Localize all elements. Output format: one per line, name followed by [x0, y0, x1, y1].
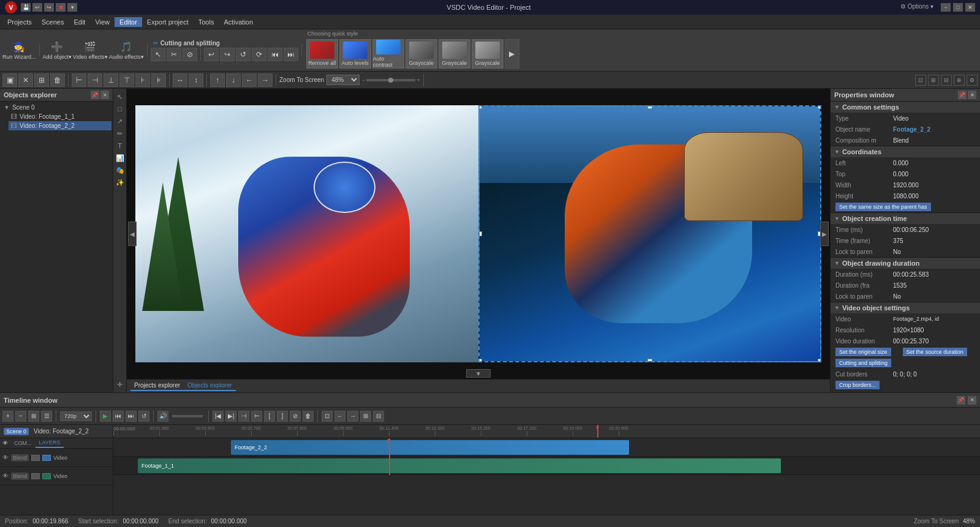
- customize-btn[interactable]: ▾: [67, 3, 77, 12]
- tl-out-point[interactable]: ]: [277, 411, 288, 422]
- tl-snap[interactable]: ⊡: [322, 411, 333, 422]
- canvas-nav-left[interactable]: ◀: [128, 222, 137, 246]
- props-close-btn[interactable]: ✕: [968, 91, 976, 99]
- handle-bl[interactable]: [478, 359, 482, 362]
- grid-btn[interactable]: ⊞: [928, 75, 939, 86]
- scene-item[interactable]: ▼ Scene 0: [1, 103, 111, 112]
- remove-all-btn[interactable]: Remove all: [306, 39, 338, 69]
- menu-scenes[interactable]: Scenes: [37, 17, 69, 27]
- timeline-pin-btn[interactable]: 📌: [957, 396, 965, 405]
- options-label[interactable]: ⚙ Options ▾: [900, 3, 933, 12]
- menu-edit[interactable]: Edit: [69, 17, 90, 27]
- effect-tool[interactable]: ✨: [115, 177, 126, 188]
- redo-tool[interactable]: ↪: [220, 48, 235, 61]
- set-original-btn[interactable]: Set the original size: [835, 348, 891, 356]
- track-vis-footage1[interactable]: 👁: [2, 473, 9, 479]
- props-pin-btn[interactable]: 📌: [958, 91, 967, 99]
- handle-tl[interactable]: [478, 105, 482, 109]
- clip-footage2[interactable]: Footage_2_2: [231, 440, 629, 455]
- menu-view[interactable]: View: [90, 17, 115, 27]
- zoom-fit[interactable]: ⊕: [954, 75, 965, 86]
- common-settings-header[interactable]: ▼ Common settings: [831, 102, 980, 113]
- tab-projects-explorer[interactable]: Projects explorer: [130, 381, 184, 391]
- move-tool[interactable]: ✛: [115, 379, 126, 390]
- tl-options-btn[interactable]: ☰: [41, 411, 52, 422]
- tl-remove-btn[interactable]: −: [15, 411, 26, 422]
- delete-tool[interactable]: 🗑: [50, 73, 65, 87]
- guide-btn[interactable]: ⊟: [941, 75, 952, 86]
- creation-time-header[interactable]: ▼ Object creation time: [831, 213, 980, 224]
- auto-levels-btn[interactable]: Auto levels: [339, 39, 371, 69]
- coordinates-header[interactable]: ▼ Coordinates: [831, 146, 980, 157]
- tl-loop-btn[interactable]: ↺: [138, 411, 149, 422]
- tab-com[interactable]: COM...: [10, 438, 36, 448]
- tl-start-btn[interactable]: |◀: [213, 411, 224, 422]
- handle-br[interactable]: [818, 359, 821, 362]
- zoom-select[interactable]: 48% 25% 50% 75% 100%: [326, 75, 360, 85]
- move-right-btn[interactable]: →: [258, 73, 273, 87]
- arrow-tool[interactable]: ↖: [151, 48, 165, 61]
- align-top[interactable]: ⊤: [119, 73, 134, 87]
- cut-tool[interactable]: ✂: [167, 48, 181, 61]
- handle-ml[interactable]: [478, 231, 482, 236]
- align-left[interactable]: ⊢: [72, 73, 86, 87]
- snap-btn[interactable]: ⊡: [915, 75, 926, 86]
- move-down[interactable]: ↓: [226, 73, 241, 87]
- canvas-nav-bottom[interactable]: ▼: [466, 369, 491, 378]
- grayscale-btn2[interactable]: Grayscale: [439, 39, 470, 69]
- close-btn[interactable]: ✕: [965, 3, 975, 12]
- set-source-btn[interactable]: Set the source duration: [903, 348, 967, 356]
- zoom-thumb[interactable]: [388, 78, 393, 83]
- animation-tool[interactable]: 🎭: [115, 165, 126, 176]
- zoom-track[interactable]: [366, 79, 415, 81]
- pin-btn[interactable]: 📌: [91, 91, 99, 99]
- canvas-nav-right[interactable]: ▶: [820, 222, 829, 246]
- handle-bm[interactable]: [647, 359, 652, 362]
- tl-extra2[interactable]: ⊟: [373, 411, 384, 422]
- tl-paste-mark[interactable]: ⊢: [251, 411, 262, 422]
- record-btn[interactable]: ⏺: [56, 3, 66, 12]
- tl-play-btn[interactable]: ▶: [100, 411, 111, 422]
- align-center[interactable]: ⊣: [88, 73, 102, 87]
- video-settings-header[interactable]: ▼ Video object settings: [831, 302, 980, 313]
- text-tool[interactable]: T: [115, 140, 126, 151]
- tl-add-btn[interactable]: +: [2, 411, 13, 422]
- menu-editor[interactable]: Editor: [115, 17, 142, 27]
- duration-header[interactable]: ▼ Object drawing duration: [831, 258, 980, 269]
- grayscale-btn1[interactable]: Grayscale: [405, 39, 437, 69]
- split-tool[interactable]: ⊘: [183, 48, 197, 61]
- prev-frame[interactable]: ⏮: [268, 48, 282, 61]
- tl-cut-mark[interactable]: ⊣: [238, 411, 249, 422]
- distribute-h[interactable]: ↔: [173, 73, 187, 87]
- chart-tool[interactable]: 📊: [115, 152, 126, 163]
- volume-slider[interactable]: [172, 415, 203, 417]
- menu-export[interactable]: Export project: [142, 17, 194, 27]
- auto-contrast-btn[interactable]: Auto contrast: [372, 39, 404, 69]
- tl-delete-seg[interactable]: 🗑: [303, 411, 314, 422]
- timeline-close-btn[interactable]: ✕: [968, 396, 976, 405]
- menu-tools[interactable]: Tools: [194, 17, 219, 27]
- deselect-tool[interactable]: ✕: [18, 73, 33, 87]
- undo-btn-title[interactable]: ↩: [32, 3, 42, 12]
- tl-group-btn[interactable]: ⊞: [28, 411, 39, 422]
- select-all-tool[interactable]: ⊞: [34, 73, 49, 87]
- menu-activation[interactable]: Activation: [219, 17, 258, 27]
- tl-mute-btn[interactable]: 🔊: [157, 411, 168, 422]
- handle-tr[interactable]: [818, 105, 821, 109]
- resolution-select[interactable]: 720p 1080p 480p: [60, 411, 92, 421]
- video-effects-btn[interactable]: 🎬 Video effects▾: [73, 41, 108, 60]
- more-view[interactable]: ⚙: [967, 75, 978, 86]
- handle-tm[interactable]: [647, 105, 652, 109]
- grayscale-btn3[interactable]: Grayscale: [472, 39, 503, 69]
- tl-extra1[interactable]: ⊞: [360, 411, 371, 422]
- move-left-btn[interactable]: ←: [242, 73, 257, 87]
- tab-layers[interactable]: LAYERS: [36, 438, 64, 448]
- add-object-btn[interactable]: ➕ Add object▾: [43, 41, 72, 60]
- select-tool[interactable]: ▣: [2, 73, 17, 87]
- align-middle[interactable]: ⊦: [135, 73, 150, 87]
- close-panel-btn[interactable]: ✕: [100, 91, 109, 99]
- arrow-draw-tool[interactable]: ↗: [115, 116, 126, 127]
- same-size-btn[interactable]: Set the same size as the parent has: [835, 203, 931, 211]
- menu-projects[interactable]: Projects: [2, 17, 37, 27]
- crop-btn[interactable]: Crop borders...: [835, 381, 880, 389]
